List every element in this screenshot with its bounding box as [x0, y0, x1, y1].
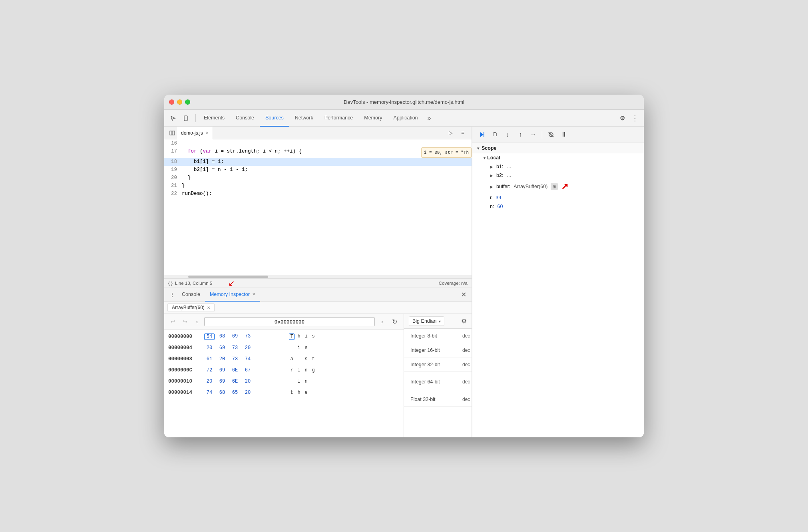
- tab-console-bottom[interactable]: Console: [177, 288, 205, 302]
- step-button[interactable]: →: [527, 129, 539, 140]
- horizontal-scrollbar[interactable]: [164, 275, 472, 278]
- cursor-position: Line 18, Column 5: [175, 281, 212, 286]
- nav-back-button[interactable]: ↩: [168, 317, 178, 326]
- tab-sources[interactable]: Sources: [260, 110, 289, 127]
- tooltip-hint: i = 39, str = "Th: [421, 147, 472, 158]
- tab-memory[interactable]: Memory: [358, 110, 388, 127]
- scope-item-i[interactable]: i: 39: [472, 193, 644, 202]
- scope-item-n[interactable]: n: 60: [472, 202, 644, 211]
- file-action-icon2[interactable]: ≡: [457, 127, 468, 139]
- file-tabbar: demo-js.js ✕ ▷ ≡: [164, 127, 472, 139]
- interp-row-float32: Float 32-bit dec ▾ 3992806227968.00: [404, 392, 472, 407]
- interpreter-settings-icon[interactable]: ⚙: [461, 318, 467, 325]
- step-over-button[interactable]: [489, 129, 500, 140]
- kebab-menu-icon[interactable]: ⋮: [629, 113, 641, 124]
- hex-nav-bar: ↩ ↪ ‹ › ↻: [164, 314, 404, 330]
- step-out-button[interactable]: ↑: [515, 129, 526, 140]
- hex-row-14: 00000014 74 68 65 20 t: [164, 387, 404, 398]
- devtools-main: demo-js.js ✕ ▷ ≡ 16: [164, 127, 644, 437]
- code-editor[interactable]: 16 17 for (var i = str.length; i < n; ++…: [164, 139, 472, 275]
- interpreter-header: Big Endian ▾ ⚙: [404, 314, 472, 329]
- scope-item-buffer[interactable]: ▶ buffer: ArrayBuffer(60) ⊞ ↗: [472, 180, 644, 193]
- pause-on-exceptions-button[interactable]: ⏸: [558, 129, 569, 140]
- scope-local-header[interactable]: ▾ Local: [472, 153, 644, 162]
- scope-item-b1[interactable]: ▶ b1: …: [472, 162, 644, 171]
- scrollbar-thumb[interactable]: [188, 276, 268, 278]
- hex-rows-container: 00000000 54 68 69 73 T: [164, 330, 404, 437]
- titlebar: DevTools - memory-inspector.glitch.me/de…: [164, 95, 644, 110]
- cursor-icon[interactable]: [167, 113, 179, 124]
- b2-key: b2:: [496, 173, 503, 178]
- format-icon[interactable]: { }: [168, 281, 173, 286]
- tab-separator: [195, 114, 196, 122]
- i-value: 39: [496, 195, 501, 200]
- memory-tabs-bar: ArrayBuffer(60) ✕: [164, 302, 472, 314]
- hex-address-input[interactable]: [204, 317, 375, 326]
- tab-performance[interactable]: Performance: [319, 110, 359, 127]
- file-tab-actions: ▷ ≡: [445, 127, 468, 139]
- memory-tab-close-icon[interactable]: ✕: [207, 306, 210, 310]
- bottom-tabbar: ⋮ Console Memory Inspector ✕ ✕: [164, 288, 472, 302]
- buffer-value: ArrayBuffer(60): [513, 184, 547, 189]
- nav-next-button[interactable]: ›: [377, 317, 387, 326]
- memory-content: ↩ ↪ ‹ › ↻ 00000000: [164, 314, 472, 437]
- scope-panel: ▾ Scope ▾ Local ▶ b1: …: [472, 143, 644, 437]
- settings-icon[interactable]: ⚙: [617, 113, 628, 124]
- scope-header[interactable]: ▾ Scope: [472, 143, 644, 153]
- endian-select[interactable]: Big Endian ▾: [409, 316, 444, 326]
- memory-buffer-tab[interactable]: ArrayBuffer(60) ✕: [167, 303, 215, 312]
- nav-prev-button[interactable]: ‹: [192, 317, 202, 326]
- n-key: n:: [490, 204, 494, 209]
- scope-item-b2[interactable]: ▶ b2: …: [472, 171, 644, 180]
- interpreter-rows-container: Integer 8-bit dec ▾ 84 Integer 16-bit: [404, 329, 472, 437]
- deactivate-breakpoints-button[interactable]: [545, 129, 557, 140]
- mobile-icon[interactable]: [180, 113, 191, 124]
- tab-application[interactable]: Application: [388, 110, 423, 127]
- close-button[interactable]: [169, 99, 174, 105]
- endian-dropdown-arrow: ▾: [439, 319, 441, 324]
- traffic-lights: [169, 99, 190, 105]
- b2-expand-icon: ▶: [490, 173, 493, 178]
- resume-button[interactable]: [476, 129, 488, 140]
- buffer-expand-icon: ▶: [490, 185, 493, 189]
- nav-forward-button[interactable]: ↪: [180, 317, 190, 326]
- tab-console[interactable]: Console: [230, 110, 260, 127]
- i-key: i:: [490, 195, 492, 200]
- file-tab-close-icon[interactable]: ✕: [205, 131, 209, 135]
- file-tab-demo-js[interactable]: demo-js.js ✕: [177, 127, 213, 139]
- maximize-button[interactable]: [185, 99, 190, 105]
- bottom-tab-menu-icon[interactable]: ⋮: [167, 290, 177, 300]
- coverage-status: Coverage: n/a: [439, 281, 468, 286]
- tab-memory-inspector[interactable]: Memory Inspector ✕: [205, 288, 260, 302]
- bottom-panel-close-icon[interactable]: ✕: [459, 290, 468, 300]
- window-title: DevTools - memory-inspector.glitch.me/de…: [344, 99, 464, 105]
- hex-refresh-button[interactable]: ↻: [389, 316, 400, 327]
- memory-inspector-tab-close[interactable]: ✕: [252, 292, 255, 296]
- local-arrow-icon: ▾: [484, 156, 486, 160]
- debug-separator: [542, 131, 542, 139]
- red-arrow-left: ↙: [228, 278, 235, 288]
- b1-key: b1:: [496, 164, 503, 169]
- more-tabs-button[interactable]: »: [424, 115, 434, 122]
- hex-viewer: ↩ ↪ ‹ › ↻ 00000000: [164, 314, 404, 437]
- interp-row-int32: Integer 32-bit dec ▾ 1416128883: [404, 357, 472, 372]
- open-in-memory-inspector-button[interactable]: ⊞: [551, 183, 558, 190]
- scope-section: ▾ Scope ▾ Local ▶ b1: …: [472, 143, 644, 211]
- hex-row-10: 00000010 20 69 6E 20: [164, 376, 404, 387]
- devtools-panel: Elements Console Sources Network Perform…: [164, 110, 644, 437]
- interp-row-int64: Integer 64-bit dec ▾ 6082222723994979203…: [404, 372, 472, 392]
- minimize-button[interactable]: [177, 99, 182, 105]
- interp-row-int8: Integer 8-bit dec ▾ 84: [404, 329, 472, 343]
- n-value: 60: [497, 204, 503, 209]
- tab-network[interactable]: Network: [289, 110, 319, 127]
- file-play-icon[interactable]: ▷: [445, 127, 456, 139]
- code-panel: demo-js.js ✕ ▷ ≡ 16: [164, 127, 472, 437]
- b1-value: …: [506, 164, 511, 169]
- interp-row-int16: Integer 16-bit dec ▾ 21608: [404, 343, 472, 357]
- tab-elements[interactable]: Elements: [198, 110, 230, 127]
- file-navigator-icon[interactable]: [167, 128, 177, 138]
- svg-marker-4: [480, 132, 484, 137]
- b1-expand-icon: ▶: [490, 165, 493, 169]
- step-into-button[interactable]: ↓: [502, 129, 513, 140]
- scope-arrow-icon: ▾: [477, 146, 479, 151]
